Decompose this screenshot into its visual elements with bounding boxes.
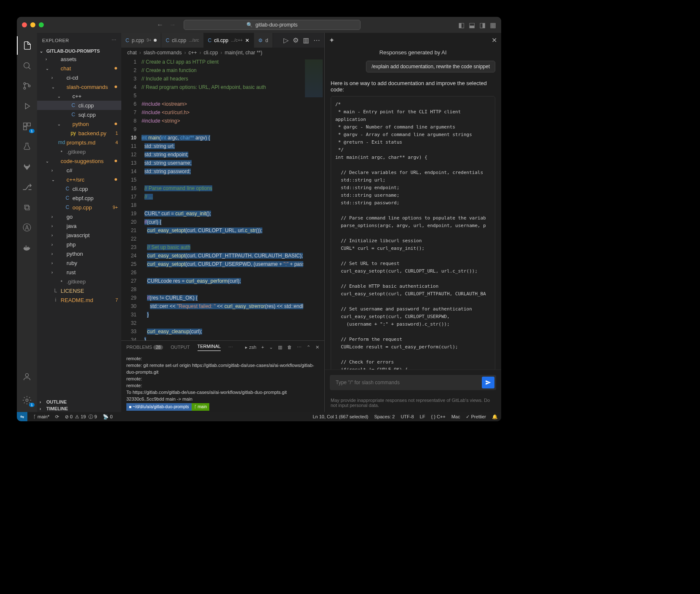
search-tab[interactable] xyxy=(17,56,37,75)
maximize-panel-icon[interactable]: ⌃ xyxy=(307,345,310,350)
remote-indicator[interactable]: ⇋ xyxy=(17,412,27,421)
svg-rect-4 xyxy=(24,123,27,126)
command-center[interactable]: 🔍 gitlab-duo-prompts xyxy=(184,20,361,30)
project-section-header[interactable]: ⌄GITLAB-DUO-PROMPTS xyxy=(37,48,121,54)
extensions-tab[interactable]: 1 xyxy=(17,117,37,136)
layout-custom-icon[interactable]: ▦ xyxy=(490,21,496,29)
indent-indicator[interactable]: Spaces: 2 xyxy=(374,414,395,419)
file-backend.py[interactable]: pybackend.py1 xyxy=(37,128,121,138)
folder-ci-cd[interactable]: ›ci-cd xyxy=(37,73,121,82)
azure-tab[interactable]: Ⓐ xyxy=(17,218,37,237)
os-indicator[interactable]: Mac xyxy=(452,414,460,419)
close-window-icon[interactable] xyxy=(22,22,27,27)
settings-gear-icon[interactable]: 1 xyxy=(17,391,37,409)
folder-chat[interactable]: ⌄chat xyxy=(37,64,121,73)
minimize-window-icon[interactable] xyxy=(30,22,35,27)
editor-tabs: Cp.cpp9+Ccli.cpp.../srcCcli.cpp.../c++✕⚙… xyxy=(121,33,324,48)
remote-tab[interactable]: ⧉ xyxy=(17,198,37,217)
explorer-tab[interactable] xyxy=(17,36,37,55)
split-icon[interactable]: ▥ xyxy=(303,36,309,44)
gitlab-pipelines-tab[interactable]: ⎇ xyxy=(17,178,37,196)
layout-right-icon[interactable]: ◨ xyxy=(479,21,486,29)
send-button[interactable] xyxy=(482,377,494,388)
layout-left-icon[interactable]: ◧ xyxy=(458,21,465,29)
sync-icon[interactable]: ⟳ xyxy=(55,414,59,420)
folder-ruby[interactable]: ›ruby xyxy=(37,258,121,268)
lang-indicator[interactable]: { } C++ xyxy=(431,414,445,419)
duo-prompt-chip[interactable]: /explain add documentation, rewrite the … xyxy=(366,61,495,72)
folder-java[interactable]: ›java xyxy=(37,221,121,230)
folder-c++[interactable]: ⌄c++ xyxy=(37,91,121,101)
file-.gitkeep[interactable]: •.gitkeep xyxy=(37,277,121,286)
maximize-window-icon[interactable] xyxy=(39,22,44,27)
close-panel-icon[interactable]: ✕ xyxy=(315,345,319,350)
folder-assets[interactable]: ›assets xyxy=(37,54,121,64)
file-sql.cpp[interactable]: Csql.cpp xyxy=(37,110,121,119)
folder-php[interactable]: ›php xyxy=(37,240,121,249)
folder-javascript[interactable]: ›javascript xyxy=(37,230,121,240)
window-title: gitlab-duo-prompts xyxy=(255,22,297,28)
search-icon: 🔍 xyxy=(246,22,253,28)
file-cli.cpp[interactable]: Ccli.cpp xyxy=(37,184,121,193)
file-cli.cpp[interactable]: Ccli.cpp xyxy=(37,101,121,110)
panel-tab-output[interactable]: OUTPUT xyxy=(171,345,190,350)
file-prompts.md[interactable]: mdprompts.md4 xyxy=(37,138,121,147)
shell-indicator[interactable]: ▸ zsh xyxy=(245,345,256,350)
tab-p.cpp[interactable]: Cp.cpp9+ xyxy=(121,33,161,48)
branch-indicator[interactable]: ᚴ main* xyxy=(33,414,49,419)
file-ebpf.cpp[interactable]: Cebpf.cpp xyxy=(37,193,121,203)
folder-slash-commands[interactable]: ⌄slash-commands xyxy=(37,82,121,91)
tab-cli.cpp[interactable]: Ccli.cpp.../c++✕ xyxy=(204,33,254,48)
terminal-output[interactable]: remote:remote: git remote set-url origin… xyxy=(121,353,324,412)
tab-d[interactable]: ⚙d xyxy=(254,33,273,48)
prettier-indicator[interactable]: ✓ Prettier xyxy=(466,414,486,420)
folder-c#[interactable]: ›c# xyxy=(37,166,121,175)
eol-indicator[interactable]: LF xyxy=(420,414,425,419)
folder-python[interactable]: ⌄python xyxy=(37,119,121,128)
folder-go[interactable]: ›go xyxy=(37,212,121,221)
encoding-indicator[interactable]: UTF-8 xyxy=(401,414,414,419)
run-icon[interactable]: ▷ xyxy=(283,36,289,44)
docker-tab[interactable] xyxy=(17,238,37,257)
split-terminal-icon[interactable]: ▥ xyxy=(278,345,282,350)
folder-python[interactable]: ›python xyxy=(37,249,121,258)
svg-rect-6 xyxy=(24,127,27,130)
duo-chat-input[interactable] xyxy=(335,379,482,386)
gitlab-tab[interactable] xyxy=(17,158,37,176)
code-editor[interactable]: // Create a CLI app as HTTP client // Cr… xyxy=(142,58,303,340)
gear-icon[interactable]: ⚙ xyxy=(293,36,299,44)
source-control-tab[interactable] xyxy=(17,77,37,95)
file-tree: ›assets⌄chat›ci-cd⌄slash-commands⌄c++Ccl… xyxy=(37,54,121,305)
new-terminal-icon[interactable]: + xyxy=(262,345,264,350)
panel-tab-terminal[interactable]: TERMINAL xyxy=(198,344,221,351)
breadcrumb[interactable]: chat›slash-commands›c++›cli.cpp›main(int… xyxy=(121,48,324,58)
window-controls xyxy=(22,22,44,27)
file-README.md[interactable]: iREADME.md7 xyxy=(37,295,121,305)
timeline-section[interactable]: ›TIMELINE xyxy=(37,405,121,412)
cursor-position[interactable]: Ln 10, Col 1 (667 selected) xyxy=(313,414,368,419)
panel-tab-problems[interactable]: PROBLEMS 28 xyxy=(126,345,163,350)
trash-icon[interactable]: 🗑 xyxy=(287,345,292,350)
layout-bottom-icon[interactable]: ⬓ xyxy=(469,21,475,29)
folder-rust[interactable]: ›rust xyxy=(37,268,121,277)
accounts-icon[interactable] xyxy=(17,367,37,386)
problems-indicator[interactable]: ⊘ 0 ⚠ 19 ⓘ 9 xyxy=(65,414,97,420)
file-oop.cpp[interactable]: Coop.cpp9+ xyxy=(37,203,121,212)
tab-cli.cpp[interactable]: Ccli.cpp.../src xyxy=(161,33,203,48)
testing-tab[interactable] xyxy=(17,137,37,156)
file-LICENSE[interactable]: LLICENSE xyxy=(37,286,121,295)
notifications-icon[interactable]: 🔔 xyxy=(492,414,498,420)
close-icon[interactable]: ✕ xyxy=(492,36,497,44)
folder-code-suggestions[interactable]: ⌄code-suggestions xyxy=(37,156,121,166)
debug-tab[interactable] xyxy=(17,97,37,115)
explorer-more-icon[interactable]: ⋯ xyxy=(112,37,117,43)
minimap[interactable] xyxy=(303,58,324,340)
more-icon[interactable]: ⋯ xyxy=(313,36,320,44)
outline-section[interactable]: ›OUTLINE xyxy=(37,399,121,405)
ports-indicator[interactable]: 📡 0 xyxy=(103,414,112,420)
explorer-heading: EXPLORER xyxy=(42,38,69,43)
file-.gitkeep[interactable]: •.gitkeep xyxy=(37,147,121,156)
folder-c++/src[interactable]: ⌄c++/src xyxy=(37,175,121,184)
nav-back-icon[interactable]: ← xyxy=(157,21,163,29)
nav-forward-icon[interactable]: → xyxy=(169,21,176,29)
